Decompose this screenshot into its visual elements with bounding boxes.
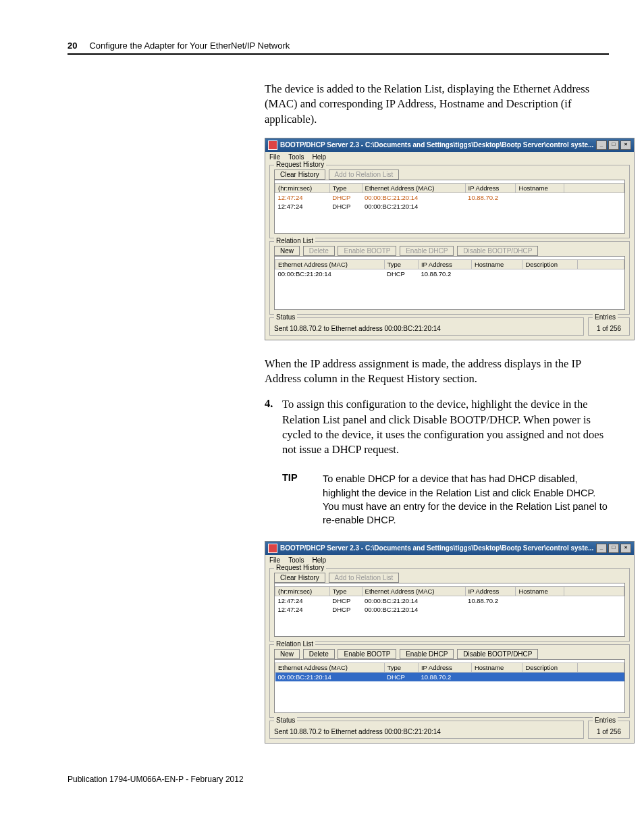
- request-history-label: Request History: [274, 161, 326, 168]
- menu-help[interactable]: Help: [312, 556, 326, 564]
- disable-bootp-dhcp-button[interactable]: Disable BOOTP/DHCP: [457, 649, 538, 659]
- window-title: BOOTP/DHCP Server 2.3 - C:\Documents and…: [280, 141, 596, 149]
- col-mac[interactable]: Ethernet Address (MAC): [275, 662, 385, 672]
- bootp-window-screenshot-1: BOOTP/DHCP Server 2.3 - C:\Documents and…: [265, 138, 635, 340]
- table-row[interactable]: 00:00:BC:21:20:14 DHCP 10.88.70.2: [275, 269, 624, 278]
- col-ip[interactable]: IP Address: [465, 586, 516, 596]
- tip-block: TIP To enable DHCP for a device that has…: [282, 472, 609, 527]
- enable-dhcp-button[interactable]: Enable DHCP: [400, 649, 454, 659]
- add-to-relation-button[interactable]: Add to Relation List: [329, 573, 400, 583]
- col-desc[interactable]: Description: [522, 259, 578, 269]
- status-box: Status Sent 10.88.70.2 to Ethernet addre…: [269, 317, 584, 336]
- col-type[interactable]: Type: [384, 662, 418, 672]
- request-history-group: Request History Clear History Add to Rel…: [269, 568, 630, 642]
- new-button[interactable]: New: [274, 649, 300, 659]
- new-button[interactable]: New: [274, 246, 300, 256]
- table-row[interactable]: 12:47:24 DHCP 00:00:BC:21:20:14: [275, 605, 624, 614]
- relation-list-group: Relation List New Delete Enable BOOTP En…: [269, 241, 630, 315]
- step-4-text: To assign this configuration to the devi…: [282, 397, 609, 457]
- col-time[interactable]: (hr:min:sec): [275, 183, 330, 192]
- window-title: BOOTP/DHCP Server 2.3 - C:\Documents and…: [280, 544, 596, 552]
- publication-footer: Publication 1794-UM066A-EN-P - February …: [68, 775, 609, 784]
- after-paragraph-1: When the IP address assignment is made, …: [265, 357, 609, 387]
- relation-list-label: Relation List: [274, 640, 315, 648]
- entries-box: Entries 1 of 256: [588, 317, 630, 336]
- table-row[interactable]: 00:00:BC:21:20:14 DHCP 10.88.70.2: [275, 672, 624, 681]
- col-host[interactable]: Hostname: [471, 259, 522, 269]
- col-type[interactable]: Type: [384, 259, 418, 269]
- table-row[interactable]: 12:47:24 DHCP 00:00:BC:21:20:14 10.88.70…: [275, 192, 624, 202]
- disable-bootp-dhcp-button[interactable]: Disable BOOTP/DHCP: [457, 246, 538, 256]
- minimize-icon[interactable]: _: [596, 140, 607, 150]
- entries-label: Entries: [593, 313, 618, 321]
- titlebar: BOOTP/DHCP Server 2.3 - C:\Documents and…: [265, 138, 634, 152]
- request-history-label: Request History: [274, 564, 326, 571]
- table-row[interactable]: 12:47:24 DHCP 00:00:BC:21:20:14: [275, 202, 624, 211]
- page-number: 20: [68, 41, 77, 51]
- col-host[interactable]: Hostname: [471, 662, 522, 672]
- menu-tools[interactable]: Tools: [288, 153, 304, 161]
- menu-file[interactable]: File: [269, 153, 280, 161]
- status-label: Status: [274, 313, 297, 321]
- col-ip[interactable]: IP Address: [418, 662, 471, 672]
- relation-list-table: Ethernet Address (MAC) Type IP Address H…: [275, 259, 624, 278]
- delete-button[interactable]: Delete: [303, 246, 335, 256]
- relation-list-table: Ethernet Address (MAC) Type IP Address H…: [275, 662, 624, 681]
- page-header: 20 Configure the Adapter for Your EtherN…: [68, 41, 609, 55]
- entries-box: Entries 1 of 256: [588, 721, 630, 739]
- bootp-window-screenshot-2: BOOTP/DHCP Server 2.3 - C:\Documents and…: [265, 541, 635, 744]
- request-history-table: (hr:min:sec) Type Ethernet Address (MAC)…: [275, 586, 624, 614]
- col-mac[interactable]: Ethernet Address (MAC): [362, 183, 465, 192]
- app-icon: [268, 544, 277, 553]
- entries-text: 1 of 256: [597, 728, 621, 735]
- titlebar: BOOTP/DHCP Server 2.3 - C:\Documents and…: [265, 542, 634, 555]
- status-text: Sent 10.88.70.2 to Ethernet address 00:0…: [274, 728, 441, 735]
- col-desc[interactable]: Description: [522, 662, 578, 672]
- request-history-table: (hr:min:sec) Type Ethernet Address (MAC)…: [275, 183, 624, 211]
- tip-label: TIP: [282, 472, 323, 527]
- status-box: Status Sent 10.88.70.2 to Ethernet addre…: [269, 721, 584, 739]
- enable-bootp-button[interactable]: Enable BOOTP: [338, 649, 396, 659]
- intro-paragraph: The device is added to the Relation List…: [265, 82, 609, 127]
- menu-file[interactable]: File: [269, 556, 280, 564]
- relation-list-label: Relation List: [274, 237, 315, 244]
- col-host[interactable]: Hostname: [516, 183, 564, 192]
- menu-tools[interactable]: Tools: [288, 556, 304, 564]
- col-mac[interactable]: Ethernet Address (MAC): [362, 586, 465, 596]
- delete-button[interactable]: Delete: [303, 649, 335, 659]
- close-icon[interactable]: ×: [620, 544, 631, 553]
- enable-bootp-button[interactable]: Enable BOOTP: [338, 246, 396, 256]
- close-icon[interactable]: ×: [620, 140, 631, 150]
- maximize-icon[interactable]: □: [608, 544, 619, 553]
- tip-text: To enable DHCP for a device that has had…: [323, 472, 609, 527]
- step-number: 4.: [265, 397, 273, 410]
- step-4: 4. To assign this configuration to the d…: [265, 397, 609, 457]
- col-type[interactable]: Type: [329, 586, 362, 596]
- col-host[interactable]: Hostname: [516, 586, 564, 596]
- clear-history-button[interactable]: Clear History: [274, 573, 325, 583]
- col-mac[interactable]: Ethernet Address (MAC): [275, 259, 385, 269]
- entries-text: 1 of 256: [597, 325, 621, 332]
- status-label: Status: [274, 716, 297, 724]
- chapter-title: Configure the Adapter for Your EtherNet/…: [89, 41, 290, 51]
- request-history-group: Request History Clear History Add to Rel…: [269, 165, 630, 238]
- entries-label: Entries: [593, 716, 618, 724]
- col-ip[interactable]: IP Address: [465, 183, 516, 192]
- menu-help[interactable]: Help: [312, 153, 326, 161]
- col-time[interactable]: (hr:min:sec): [275, 586, 330, 596]
- col-ip[interactable]: IP Address: [418, 259, 471, 269]
- maximize-icon[interactable]: □: [608, 140, 619, 150]
- add-to-relation-button[interactable]: Add to Relation List: [329, 170, 400, 180]
- table-row[interactable]: 12:47:24 DHCP 00:00:BC:21:20:14 10.88.70…: [275, 596, 624, 605]
- status-text: Sent 10.88.70.2 to Ethernet address 00:0…: [274, 325, 441, 332]
- enable-dhcp-button[interactable]: Enable DHCP: [400, 246, 454, 256]
- app-icon: [268, 140, 277, 150]
- minimize-icon[interactable]: _: [596, 544, 607, 553]
- col-type[interactable]: Type: [329, 183, 362, 192]
- relation-list-group: Relation List New Delete Enable BOOTP En…: [269, 644, 630, 718]
- clear-history-button[interactable]: Clear History: [274, 170, 325, 180]
